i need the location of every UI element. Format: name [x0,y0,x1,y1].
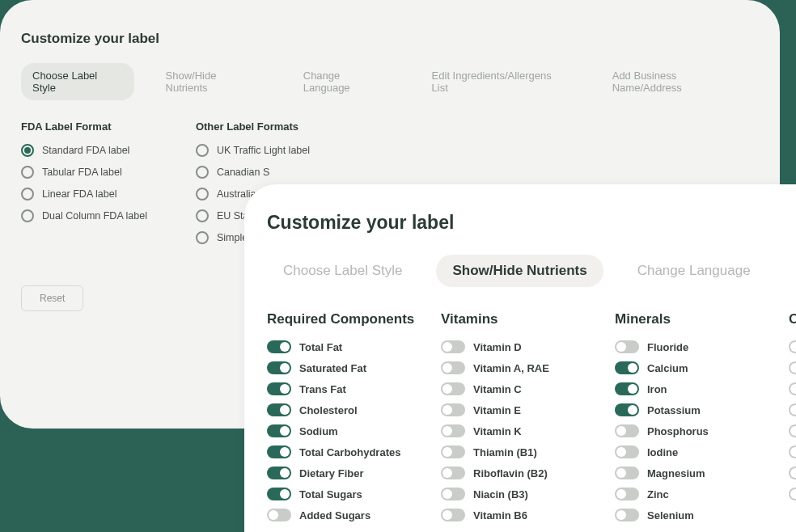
toggle-row[interactable]: Vitamin C [441,382,582,395]
radio-option[interactable]: Standard FDA label [21,144,147,157]
toggle-row[interactable]: Total Fat [267,340,409,353]
toggle-row[interactable]: Iron [615,382,756,395]
toggle-row[interactable]: Magnesium [615,467,756,479]
tab-choose-label-style[interactable]: Choose Label Style [21,63,134,100]
toggle-label: Calcium [647,362,688,374]
toggle-row[interactable]: Vitamin B6 [441,509,582,521]
toggle-row[interactable]: Iodine [615,445,756,458]
toggle-row[interactable]: Potassium [615,403,756,416]
toggle-row[interactable]: Thiamin (B1) [441,445,582,458]
tab-choose-label-style[interactable]: Choose Label Style [267,255,418,287]
toggle-row[interactable]: Selenium [615,509,756,521]
toggle-switch[interactable] [615,424,639,437]
toggle-switch[interactable] [789,488,796,500]
toggle-label: Total Carbohydrates [299,446,400,458]
toggle-switch[interactable] [789,340,796,353]
toggle-label: Riboflavin (B2) [473,467,548,479]
radio-option[interactable]: UK Traffic Light label [196,144,310,157]
toggle-switch[interactable] [267,445,291,458]
toggle-switch[interactable] [789,424,796,437]
group-heading: Minerals [615,311,756,327]
toggle-row[interactable]: Fluoride [615,340,756,353]
tab-add-business-name-address[interactable]: Add Business Name/Address [601,63,759,100]
reset-button[interactable]: Reset [21,285,83,311]
toggle-row[interactable]: Vitamin K [441,424,582,437]
panel-title: Customize your label [21,31,759,47]
toggle-row[interactable]: Suga [789,424,796,437]
toggle-switch[interactable] [267,340,291,353]
toggle-switch[interactable] [441,488,465,500]
toggle-label: Vitamin E [473,404,521,416]
toggle-switch[interactable] [441,403,465,416]
toggle-switch[interactable] [615,488,639,500]
radio-option[interactable]: Tabular FDA label [21,166,147,179]
fda-format-column: FDA Label Format Standard FDA labelTabul… [21,120,147,253]
toggle-row[interactable]: Mono [789,361,796,374]
toggle-switch[interactable] [615,340,639,353]
tab-change-language[interactable]: Change Language [292,63,400,100]
toggle-switch[interactable] [789,403,796,416]
toggle-switch[interactable] [615,403,639,416]
toggle-switch[interactable] [441,424,465,437]
tab-change-language[interactable]: Change Language [621,255,767,287]
toggle-switch[interactable] [267,403,291,416]
toggle-label: Fluoride [647,341,688,353]
tab-show-hide-nutrients[interactable]: Show/Hide Nutrients [436,255,603,287]
toggle-row[interactable]: Choli [789,445,796,458]
toggle-switch[interactable] [267,509,291,521]
toggle-switch[interactable] [615,509,639,521]
radio-option[interactable]: Canadian S [196,166,310,179]
toggle-switch[interactable] [441,445,465,458]
toggle-row[interactable]: Solub [789,403,796,416]
toggle-label: Vitamin B6 [473,509,527,521]
radio-option[interactable]: Linear FDA label [21,188,147,201]
toggle-row[interactable]: Trans Fat [267,382,409,395]
tab-show-hide-nutrients[interactable]: Show/Hide Nutrients [155,63,272,100]
toggle-switch[interactable] [267,467,291,479]
toggle-switch[interactable] [267,382,291,395]
toggle-row[interactable]: Added Sugars [267,509,409,521]
toggle-switch[interactable] [789,361,796,374]
tab-edit-ing[interactable]: Edit Ing [785,255,796,287]
toggle-switch[interactable] [441,340,465,353]
toggle-switch[interactable] [441,509,465,521]
toggle-row[interactable]: Vitamin A, RAE [441,361,582,374]
toggle-row[interactable]: Polyu [789,340,796,353]
toggle-switch[interactable] [615,382,639,395]
toggle-switch[interactable] [615,445,639,458]
toggle-row[interactable]: Cholesterol [267,403,409,416]
toggle-row[interactable]: Total Sugars [267,488,409,500]
toggle-label: Magnesium [647,467,705,479]
toggle-row[interactable]: Total Carbohydrates [267,445,409,458]
toggle-row[interactable]: Vitamin E [441,403,582,416]
toggle-switch[interactable] [789,467,796,479]
toggle-switch[interactable] [789,382,796,395]
toggle-switch[interactable] [615,361,639,374]
nutrient-group: Required ComponentsTotal FatSaturated Fa… [267,311,409,530]
toggle-switch[interactable] [267,424,291,437]
toggle-switch[interactable] [441,382,465,395]
toggle-switch[interactable] [789,445,796,458]
radio-option[interactable]: Dual Column FDA label [21,209,147,222]
toggle-row[interactable]: Caffe [789,488,796,500]
toggle-row[interactable]: Calcium [615,361,756,374]
toggle-row[interactable]: Niacin (B3) [441,488,582,500]
toggle-row[interactable]: Zinc [615,488,756,500]
toggle-row[interactable]: Riboflavin (B2) [441,467,582,479]
toggle-row[interactable]: Saturated Fat [267,361,409,374]
toggle-row[interactable]: Phosphorus [615,424,756,437]
toggle-label: Phosphorus [647,425,709,437]
toggle-switch[interactable] [441,361,465,374]
toggle-switch[interactable] [441,467,465,479]
toggle-row[interactable]: Insolu [789,382,796,395]
tab-edit-ingredients-allergens-list[interactable]: Edit Ingredients/Allergens List [421,63,581,100]
toggle-row[interactable]: Sodium [267,424,409,437]
toggle-switch[interactable] [267,361,291,374]
toggle-row[interactable]: Vitamin D [441,340,582,353]
toggle-switch[interactable] [267,488,291,500]
toggle-label: Selenium [647,509,694,521]
toggle-switch[interactable] [615,467,639,479]
toggle-label: Trans Fat [299,383,346,395]
toggle-row[interactable]: Inulin [789,467,796,479]
toggle-row[interactable]: Dietary Fiber [267,467,409,479]
